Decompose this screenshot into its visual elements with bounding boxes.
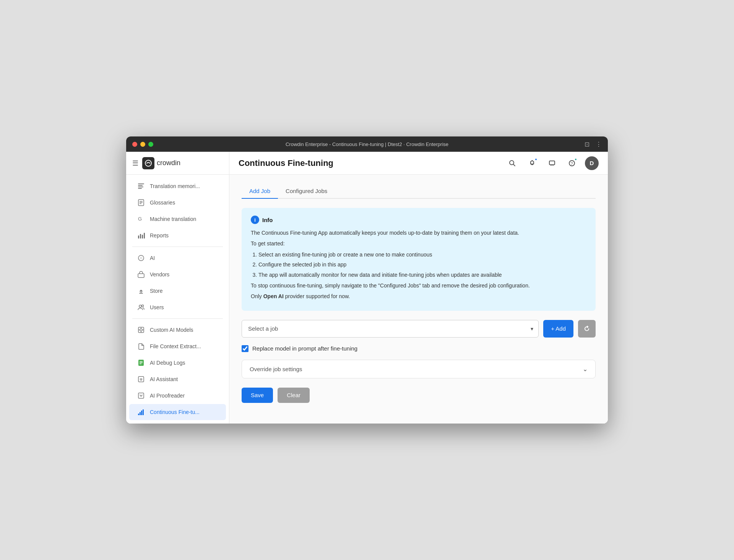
sidebar-item-ai-debug-logs[interactable]: AI Debug Logs — [129, 355, 226, 371]
maximize-button[interactable] — [148, 142, 153, 147]
titlebar-icons: ⊡ ⋮ — [585, 141, 602, 148]
sidebar-item-continuous-finetuning[interactable]: Continuous Fine-tu... — [129, 404, 226, 420]
sidebar-label-ai: AI — [150, 255, 155, 261]
info-p4-prefix: Only — [251, 293, 263, 299]
add-button[interactable]: + Add — [543, 320, 573, 338]
svg-rect-29 — [140, 364, 141, 364]
svg-rect-2 — [138, 185, 143, 186]
svg-rect-10 — [138, 235, 139, 239]
info-paragraph-4: Only Open AI provider supported for now. — [251, 292, 586, 300]
svg-rect-35 — [141, 411, 142, 415]
info-step-2: Configure the selected job in this app — [258, 260, 586, 269]
crowdin-logo-text: crowdin — [157, 159, 180, 167]
app-body: ☰ crowdin — [126, 152, 608, 424]
sidebar-item-ai-proofreader[interactable]: AI Proofreader — [129, 388, 226, 404]
svg-point-15 — [140, 257, 142, 259]
sidebar-item-machine-translation[interactable]: G Machine translation — [129, 211, 226, 227]
select-job-dropdown[interactable]: Select a job — [242, 320, 539, 338]
info-box: i Info The Continuous Fine-tuning App au… — [242, 208, 596, 311]
info-p4-suffix: provider supported for now. — [284, 293, 350, 299]
svg-rect-8 — [140, 203, 141, 204]
svg-point-18 — [139, 305, 141, 307]
ai-icon — [137, 254, 145, 262]
header-icons: ? D — [505, 156, 599, 170]
svg-rect-4 — [138, 188, 142, 189]
sidebar-item-custom-ai-models[interactable]: Custom AI Models — [129, 322, 226, 338]
sidebar-item-ai-assistant[interactable]: AI Assistant — [129, 371, 226, 387]
user-avatar[interactable]: D — [585, 156, 599, 170]
sidebar-item-vendors[interactable]: Vendors — [129, 266, 226, 282]
clear-button[interactable]: Clear — [278, 388, 310, 403]
replace-model-label: Replace model in prompt after fine-tunin… — [252, 345, 357, 352]
notification-badge — [534, 158, 538, 161]
sidebar-label-reports: Reports — [150, 232, 169, 239]
sidebar-item-file-context[interactable]: File Context Extract... — [129, 338, 226, 354]
sidebar-item-ai[interactable]: AI — [129, 250, 226, 266]
svg-rect-6 — [140, 201, 143, 202]
crowdin-logo: crowdin — [142, 157, 180, 169]
info-steps-list: Select an existing fine-tuning job or cr… — [251, 250, 586, 279]
sidebar-label-custom-ai: Custom AI Models — [150, 327, 193, 333]
crowdin-logo-icon — [142, 157, 154, 169]
svg-rect-1 — [138, 183, 144, 184]
replace-model-checkbox[interactable] — [242, 345, 248, 352]
close-button[interactable] — [132, 142, 137, 147]
page-title: Continuous Fine-tuning — [239, 158, 505, 168]
notifications-button[interactable] — [525, 156, 539, 170]
svg-rect-13 — [144, 233, 145, 239]
sidebar-label-ai-debug: AI Debug Logs — [150, 360, 185, 366]
reports-icon — [137, 231, 145, 240]
svg-rect-30 — [138, 377, 144, 382]
custom-ai-icon — [137, 326, 145, 334]
store-icon — [137, 287, 145, 295]
svg-rect-32 — [138, 393, 144, 398]
svg-line-38 — [513, 164, 515, 166]
sidebar-label-ai-assistant: AI Assistant — [150, 376, 178, 382]
sidebar-item-glossaries[interactable]: Glossaries — [129, 195, 226, 211]
window-icon: ⊡ — [585, 141, 589, 148]
action-buttons: Save Clear — [242, 388, 596, 403]
svg-text:G: G — [138, 216, 142, 222]
more-options-icon[interactable]: ⋮ — [596, 141, 602, 148]
tab-configured-jobs[interactable]: Configured Jobs — [278, 184, 335, 199]
sidebar-navigation: Translation memori... Glossaries — [126, 175, 229, 424]
job-select-row: Select a job ▾ + Add — [242, 320, 596, 338]
tab-bar: Add Job Configured Jobs — [242, 184, 596, 199]
save-button[interactable]: Save — [242, 388, 273, 403]
sidebar-item-store[interactable]: Store — [129, 283, 226, 299]
override-header-text: Override job settings — [250, 366, 302, 372]
svg-rect-36 — [143, 409, 144, 415]
info-header: i Info — [251, 216, 586, 224]
help-button[interactable]: ? — [565, 156, 579, 170]
search-button[interactable] — [505, 156, 519, 170]
help-badge — [574, 158, 577, 161]
sidebar-label-users: Users — [150, 304, 164, 310]
svg-rect-16 — [138, 274, 144, 278]
titlebar: Crowdin Enterprise - Continuous Fine-tun… — [126, 136, 608, 152]
sidebar-item-users[interactable]: Users — [129, 299, 226, 315]
file-context-icon — [137, 342, 145, 351]
select-job-wrapper: Select a job ▾ — [242, 320, 539, 338]
sidebar-item-reports[interactable]: Reports — [129, 227, 226, 243]
svg-rect-3 — [138, 187, 143, 187]
override-section: Override job settings ⌄ — [242, 360, 596, 378]
minimize-button[interactable] — [140, 142, 145, 147]
sidebar-divider-2 — [132, 318, 223, 319]
sidebar-label-ai-proofreader: AI Proofreader — [150, 393, 185, 399]
svg-point-19 — [142, 305, 144, 307]
svg-rect-40 — [549, 161, 555, 165]
refresh-button[interactable] — [578, 320, 596, 338]
messages-button[interactable] — [545, 156, 559, 170]
sidebar-label-continuous: Continuous Fine-tu... — [150, 409, 200, 415]
mt-icon: G — [137, 215, 145, 223]
sidebar-item-translation-memories[interactable]: Translation memori... — [129, 178, 226, 194]
info-paragraph-1: The Continuous Fine-tuning App automatic… — [251, 229, 586, 237]
tab-add-job[interactable]: Add Job — [242, 184, 278, 199]
override-header[interactable]: Override job settings ⌄ — [242, 360, 595, 378]
ai-assistant-icon — [137, 375, 145, 383]
sidebar: ☰ crowdin — [126, 152, 229, 424]
hamburger-icon[interactable]: ☰ — [132, 159, 138, 167]
svg-rect-11 — [140, 234, 141, 239]
main-area: Continuous Fine-tuning — [229, 152, 608, 424]
svg-text:?: ? — [571, 161, 573, 166]
